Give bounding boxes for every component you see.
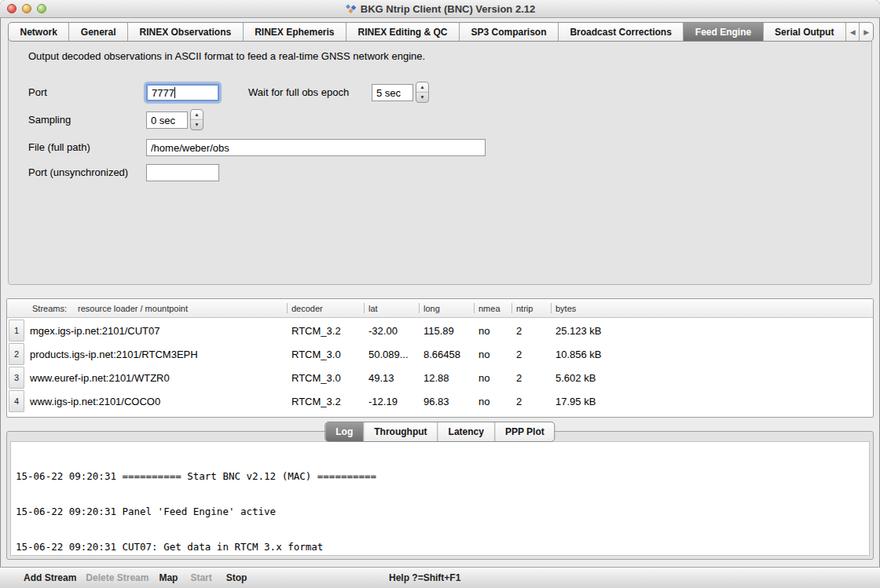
header-decoder[interactable]: decoder [287,299,364,317]
header-bytes[interactable]: bytes [551,299,873,317]
tab-ppp-plot[interactable]: PPP Plot [495,422,555,441]
bnc-logo-icon [345,3,357,15]
cell-lat: -32.00 [364,325,419,337]
tab-serial-output[interactable]: Serial Output [764,23,846,41]
cell-long: 115.89 [419,325,474,337]
cell-long: 96.83 [419,396,474,407]
cell-mountpoint: www.euref-ip.net:2101/WTZR0 [28,372,287,384]
spin-up-icon[interactable]: ▲ [416,82,428,93]
map-button[interactable]: Map [159,572,178,583]
cell-mountpoint: www.igs-ip.net:2101/COCO0 [28,396,287,407]
spin-down-icon[interactable]: ▼ [191,120,203,130]
log-output[interactable]: 15-06-22 09:20:31 ========== Start BNC v… [10,441,870,556]
spin-down-icon[interactable]: ▼ [416,93,428,102]
port-input[interactable] [146,84,219,101]
streams-table: Streams: resource loader / mountpoint de… [6,298,874,418]
app-window: BKG Ntrip Client (BNC) Version 2.12 Outp… [0,0,880,588]
tab-feed-engine[interactable]: Feed Engine [684,23,763,41]
cell-decoder: RTCM_3.2 [287,325,364,337]
log-line: 15-06-22 09:20:31 Panel 'Feed Engine' ac… [16,506,869,517]
cell-long: 12.88 [419,372,474,384]
stream-row[interactable]: 1 mgex.igs-ip.net:2101/CUT07 RTCM_3.2 -3… [7,318,873,341]
feed-engine-panel: Output decoded observations in ASCII for… [8,31,872,285]
header-nmea[interactable]: nmea [474,299,512,317]
wait-epoch-input[interactable] [372,84,413,101]
cell-decoder: RTCM_3.0 [287,372,364,384]
cell-nmea: no [474,325,512,337]
cell-decoder: RTCM_3.2 [287,396,364,407]
cell-ntrip: 2 [512,396,551,407]
log-line: 15-06-22 09:20:31 CUT07: Get data in RTC… [16,541,869,553]
cell-bytes: 25.123 kB [551,325,873,337]
stream-row[interactable]: 2 products.igs-ip.net:2101/RTCM3EPH RTCM… [7,341,873,365]
header-lat[interactable]: lat [364,299,419,317]
table-corner [7,299,28,317]
add-stream-button[interactable]: Add Stream [24,572,76,583]
cell-mountpoint: mgex.igs-ip.net:2101/CUT07 [28,325,287,337]
sampling-input[interactable] [146,111,188,129]
maximize-button[interactable] [37,4,46,13]
cell-ntrip: 2 [512,325,551,337]
tab-rinex-observations[interactable]: RINEX Observations [128,23,244,41]
log-tabbar: Log Throughput Latency PPP Plot [324,422,555,442]
cell-lat: -12.19 [364,396,419,407]
cell-ntrip: 2 [512,372,551,384]
close-button[interactable] [7,4,16,13]
text-cursor [174,87,175,98]
streams-table-header: Streams: resource loader / mountpoint de… [7,299,873,318]
cell-mountpoint: products.igs-ip.net:2101/RTCM3EPH [28,349,287,360]
window-title: BKG Ntrip Client (BNC) Version 2.12 [361,3,535,15]
tab-scroll-right-button[interactable]: ▶ [860,23,873,41]
tab-throughput[interactable]: Throughput [364,422,438,441]
file-path-label: File (full path) [28,139,90,156]
header-ntrip[interactable]: ntrip [512,299,551,317]
cell-nmea: no [474,349,512,360]
cell-bytes: 10.856 kB [551,349,873,360]
delete-stream-button: Delete Stream [86,572,148,583]
bottom-toolbar: Add Stream Delete Stream Map Start Stop … [0,567,880,588]
tab-rinex-editing-qc[interactable]: RINEX Editing & QC [346,23,460,41]
tab-sp3-comparison[interactable]: SP3 Comparison [460,23,559,41]
minimize-button[interactable] [22,4,31,13]
tab-broadcast-corrections[interactable]: Broadcast Corrections [559,23,684,41]
cell-nmea: no [474,396,512,407]
start-button: Start [190,572,211,583]
wait-epoch-label: Wait for full obs epoch [248,84,349,101]
port-label: Port [28,84,47,101]
title-area: BKG Ntrip Client (BNC) Version 2.12 [0,0,880,17]
help-label: Help ?=Shift+F1 [389,572,460,583]
tab-network[interactable]: Network [9,23,69,41]
titlebar: BKG Ntrip Client (BNC) Version 2.12 [0,0,880,18]
tab-log[interactable]: Log [325,422,364,441]
stop-button[interactable]: Stop [226,572,248,583]
spin-up-icon[interactable]: ▲ [191,110,203,120]
header-long[interactable]: long [419,299,474,317]
cell-bytes: 5.602 kB [551,372,873,384]
tab-latency[interactable]: Latency [438,422,495,441]
row-number: 1 [9,320,24,341]
stream-row[interactable]: 3 www.euref-ip.net:2101/WTZR0 RTCM_3.0 4… [7,365,873,389]
row-number: 3 [9,367,24,389]
row-number: 4 [9,390,24,412]
right-arrow-icon: ▶ [864,28,869,36]
row-number: 2 [9,343,24,365]
cell-lat: 49.13 [364,372,419,384]
port-unsync-label: Port (unsynchronized) [28,164,128,181]
wait-epoch-stepper[interactable]: ▲ ▼ [416,82,429,103]
log-line: 15-06-22 09:20:31 ========== Start BNC v… [16,470,869,482]
port-unsync-input[interactable] [146,164,219,181]
header-mountpoint[interactable]: Streams: resource loader / mountpoint [28,299,287,317]
window-controls [7,4,46,13]
tab-general[interactable]: General [69,23,128,41]
cell-nmea: no [474,372,512,384]
sampling-stepper[interactable]: ▲ ▼ [190,109,204,130]
file-path-input[interactable] [146,139,486,156]
sampling-label: Sampling [28,111,71,129]
tab-scroll-left-button[interactable]: ◀ [846,23,860,41]
tab-rinex-ephemeris[interactable]: RINEX Ephemeris [244,23,346,41]
cell-long: 8.66458 [419,349,474,360]
cell-lat: 50.089... [364,349,419,360]
left-arrow-icon: ◀ [850,28,856,36]
stream-row[interactable]: 4 www.igs-ip.net:2101/COCO0 RTCM_3.2 -12… [7,389,873,412]
tab-scroll-buttons: ◀ ▶ [846,23,873,41]
